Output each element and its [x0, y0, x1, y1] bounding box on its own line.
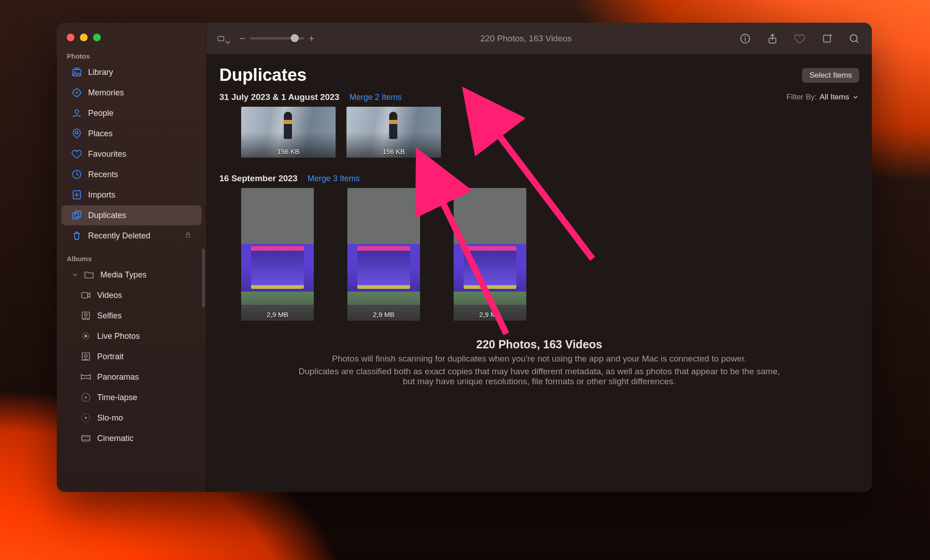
sidebar-item-label: Memories: [88, 88, 124, 98]
people-icon: [71, 108, 82, 119]
file-size-label: 2,9 MB: [454, 311, 526, 318]
group-date: 31 July 2023 & 1 August 2023: [219, 92, 339, 102]
sidebar-item-label: Portrait: [97, 352, 124, 362]
zoom-plus-icon[interactable]: +: [309, 33, 315, 45]
file-size-label: 156 KB: [346, 148, 441, 155]
sidebar-item-cinematic[interactable]: Cinematic: [61, 428, 202, 448]
photos-app-window: Photos Library Memories People Places Fa…: [57, 23, 872, 492]
photo-thumbnail[interactable]: 2,9 MB: [347, 188, 420, 321]
page-title: Duplicates: [219, 65, 802, 85]
merge-items-link[interactable]: Merge 3 Items: [307, 174, 360, 183]
chevron-down-icon: [852, 94, 859, 101]
summary-text: 220 Photos, 163 Videos Photos will finis…: [207, 329, 872, 407]
sidebar-section-photos-label: Photos: [57, 50, 206, 62]
sidebar-item-media-types[interactable]: Media Types: [61, 265, 202, 285]
sidebar-item-label: Selfies: [97, 311, 122, 321]
summary-line: Photos will finish scanning for duplicat…: [297, 354, 781, 364]
sidebar-item-selfies[interactable]: Selfies: [61, 306, 202, 326]
file-size-label: 2,9 MB: [347, 311, 420, 318]
sidebar-item-label: Duplicates: [88, 211, 126, 220]
zoom-track[interactable]: [250, 37, 304, 40]
sidebar-item-label: Time-lapse: [97, 393, 137, 402]
photo-thumbnail[interactable]: 156 KB: [241, 107, 336, 158]
window-controls: [57, 28, 206, 50]
panorama-icon: [80, 372, 91, 382]
content-area: Duplicates Select Items 31 July 2023 & 1…: [207, 55, 872, 492]
sidebar-item-label: Places: [88, 129, 113, 139]
rotate-button[interactable]: [819, 31, 835, 46]
lock-icon: [184, 231, 192, 241]
file-size-label: 2,9 MB: [241, 311, 314, 318]
places-icon: [71, 128, 82, 139]
info-button[interactable]: [737, 31, 753, 46]
photo-thumbnail[interactable]: 2,9 MB: [454, 188, 526, 321]
share-button[interactable]: [765, 31, 780, 46]
sidebar-item-imports[interactable]: Imports: [61, 185, 202, 205]
favourite-button[interactable]: [792, 31, 807, 46]
sidebar-item-library[interactable]: Library: [61, 62, 202, 82]
sidebar-item-label: Panoramas: [97, 372, 139, 382]
sidebar-item-label: Recently Deleted: [88, 231, 150, 241]
toolbar-title: 220 Photos, 163 Videos: [322, 34, 730, 44]
sidebar-item-label: Videos: [97, 291, 122, 300]
group-header: 16 September 2023 Merge 3 Items: [207, 166, 872, 185]
thumbnail-row: 156 KB 156 KB: [207, 104, 872, 166]
sidebar-item-portrait[interactable]: Portrait: [61, 347, 202, 367]
aspect-menu-button[interactable]: [217, 31, 232, 46]
photo-thumbnail[interactable]: 156 KB: [346, 107, 441, 158]
slomo-icon: [80, 412, 91, 423]
sidebar-item-memories[interactable]: Memories: [61, 83, 202, 103]
sidebar-scrollbar[interactable]: [202, 248, 205, 307]
sidebar-item-duplicates[interactable]: Duplicates: [61, 205, 202, 225]
sidebar-item-label: Recents: [88, 170, 118, 179]
sidebar-item-recently-deleted[interactable]: Recently Deleted: [61, 226, 202, 246]
sidebar-item-live-photos[interactable]: Live Photos: [61, 326, 202, 346]
sidebar-item-recents[interactable]: Recents: [61, 164, 202, 184]
close-window-button[interactable]: [67, 34, 74, 41]
summary-heading: 220 Photos, 163 Videos: [297, 338, 781, 351]
sidebar-item-label: Live Photos: [97, 332, 140, 341]
merge-items-link[interactable]: Merge 2 Items: [349, 93, 401, 102]
summary-line: Duplicates are classified both as exact …: [297, 367, 781, 387]
sidebar-item-people[interactable]: People: [61, 103, 202, 123]
memories-icon: [71, 87, 82, 98]
group-date: 16 September 2023: [219, 173, 297, 183]
select-items-button[interactable]: Select Items: [802, 68, 859, 83]
heart-icon: [71, 149, 82, 159]
file-size-label: 156 KB: [241, 148, 336, 155]
sidebar-item-panoramas[interactable]: Panoramas: [61, 367, 202, 387]
clock-icon: [71, 169, 82, 180]
sidebar-item-favourites[interactable]: Favourites: [61, 144, 202, 164]
sidebar-item-label: Favourites: [88, 149, 126, 159]
import-icon: [71, 189, 82, 200]
sidebar-item-slo-mo[interactable]: Slo-mo: [61, 408, 202, 428]
timelapse-icon: [80, 392, 91, 403]
sidebar-item-places[interactable]: Places: [61, 124, 202, 144]
sidebar: Photos Library Memories People Places Fa…: [57, 23, 207, 492]
group-header: 31 July 2023 & 1 August 2023 Merge 2 Ite…: [207, 88, 872, 104]
sidebar-item-label: Slo-mo: [97, 413, 123, 423]
sidebar-item-label: Imports: [88, 190, 115, 200]
zoom-thumb[interactable]: [291, 34, 299, 42]
toolbar: − + 220 Photos, 163 Videos: [207, 23, 872, 55]
zoom-slider[interactable]: − +: [239, 33, 315, 45]
portrait-icon: [80, 351, 91, 362]
chevron-down-icon: [71, 271, 79, 278]
livephoto-icon: [80, 331, 91, 342]
duplicates-icon: [71, 210, 82, 221]
minimize-window-button[interactable]: [80, 34, 88, 41]
filter-by-value: All Items: [820, 93, 849, 102]
sidebar-item-label: People: [88, 109, 114, 118]
zoom-minus-icon[interactable]: −: [239, 33, 245, 45]
search-button[interactable]: [846, 31, 862, 46]
sidebar-section-albums-label: Albums: [57, 252, 206, 264]
cinematic-icon: [80, 433, 91, 444]
filter-by-dropdown[interactable]: Filter By: All Items: [787, 93, 859, 102]
filter-by-label: Filter By:: [787, 93, 817, 102]
sidebar-item-time-lapse[interactable]: Time-lapse: [61, 387, 202, 407]
main-panel: − + 220 Photos, 163 Videos Duplicates Se…: [207, 23, 872, 492]
fullscreen-window-button[interactable]: [93, 34, 101, 41]
sidebar-item-videos[interactable]: Videos: [61, 285, 202, 305]
photo-thumbnail[interactable]: 2,9 MB: [241, 188, 314, 321]
library-icon: [71, 67, 82, 78]
